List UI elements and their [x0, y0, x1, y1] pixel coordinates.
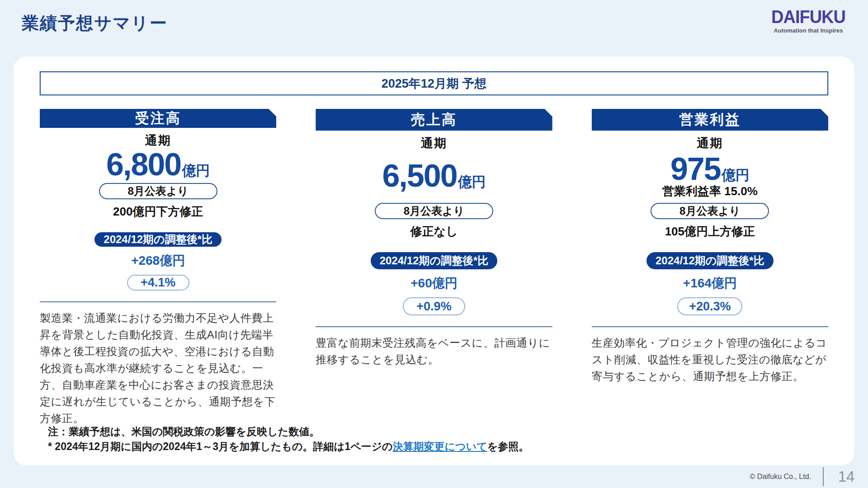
- period-label: 通期: [697, 135, 723, 151]
- fiscal-change-link[interactable]: 決算期変更について: [393, 441, 487, 452]
- delta-amount: +268億円: [131, 252, 185, 269]
- delta-amount: +164億円: [683, 275, 737, 292]
- vs-august-pill: 8月公表より: [375, 203, 493, 219]
- metric-description: 生産効率化・プロジェクト管理の強化によるコスト削減、収益性を重視した受注の徹底な…: [592, 334, 828, 385]
- metric-value-number: 6,800: [106, 149, 181, 180]
- slide-footer: © Daifuku Co., Ltd. 14: [0, 465, 868, 488]
- revision-text: 修正なし: [410, 224, 458, 239]
- metric-header-sales: 売上高: [316, 109, 552, 131]
- forecast-period-label: 2025年12月期 予想: [382, 75, 487, 92]
- delta-percent-pill: +20.3%: [677, 297, 742, 315]
- vs-august-label: 8月公表より: [404, 204, 464, 218]
- metric-value-unit: 億円: [458, 173, 486, 192]
- footnote-prefix: * 2024年12月期に国内の2024年1～3月を加算したもの。詳細は1ページの: [48, 441, 393, 452]
- metric-header-orders: 受注高: [40, 109, 276, 128]
- daifuku-logo-text: DAIFUKU: [763, 8, 854, 26]
- metric-value-number: 6,500: [382, 160, 457, 192]
- vs-august-pill: 8月公表より: [99, 183, 217, 199]
- metric-subvalue: 営業利益率 15.0%: [662, 185, 758, 198]
- period-label: 通期: [145, 132, 171, 149]
- delta-percent-label: +0.9%: [416, 300, 451, 314]
- delta-percent-label: +20.3%: [689, 300, 731, 314]
- metric-column-orders: 受注高 通期 6,800億円 8月公表より 200億円下方修正 2024/12期…: [40, 109, 276, 422]
- metric-header-operating-income: 営業利益: [592, 109, 828, 131]
- comparison-badge-label: 2024/12期の調整後*比: [104, 232, 212, 247]
- metric-value-unit: 億円: [722, 166, 750, 185]
- comparison-badge-label: 2024/12期の調整後*比: [656, 253, 764, 268]
- vs-august-pill: 8月公表より: [651, 203, 769, 219]
- value-area: 975億円 営業利益率 15.0%: [662, 151, 758, 200]
- footnote-suffix: を参照。: [487, 441, 529, 452]
- metric-value: 6,500億円: [382, 160, 486, 192]
- vs-august-label: 8月公表より: [679, 204, 740, 218]
- period-label: 通期: [421, 135, 447, 151]
- vs-august-label: 8月公表より: [127, 184, 188, 198]
- daifuku-logo: DAIFUKU Automation that Inspires: [763, 8, 854, 34]
- delta-percent-label: +4.1%: [141, 276, 175, 290]
- delta-amount: +60億円: [410, 275, 458, 292]
- column-divider: [592, 326, 828, 327]
- daifuku-logo-tagline: Automation that Inspires: [763, 27, 854, 34]
- comparison-badge: 2024/12期の調整後*比: [646, 252, 774, 269]
- column-divider: [40, 301, 276, 302]
- content-card: 2025年12月期 予想 受注高 通期 6,800億円 8月公表より 200億円…: [14, 56, 854, 465]
- metric-column-operating-income: 営業利益 通期 975億円 営業利益率 15.0% 8月公表より 105億円上方…: [592, 109, 828, 422]
- metric-value: 975億円: [670, 153, 750, 185]
- metric-columns: 受注高 通期 6,800億円 8月公表より 200億円下方修正 2024/12期…: [40, 109, 828, 422]
- footnote-tariff: 注：業績予想は、米国の関税政策の影響を反映した数値。: [48, 424, 828, 439]
- footer-divider: [823, 467, 824, 486]
- value-area: 6,800億円: [106, 149, 210, 180]
- delta-percent-pill: +0.9%: [403, 297, 465, 315]
- metric-column-sales: 売上高 通期 6,500億円 8月公表より 修正なし 2024/12期の調整後*…: [316, 109, 552, 422]
- forecast-period-banner: 2025年12月期 予想: [40, 71, 828, 95]
- footnote-fiscal-period: * 2024年12月期に国内の2024年1～3月を加算したもの。詳細は1ページの…: [48, 439, 828, 454]
- comparison-badge-label: 2024/12期の調整後*比: [380, 253, 489, 268]
- revision-text: 200億円下方修正: [113, 204, 203, 220]
- metric-value-unit: 億円: [182, 161, 210, 180]
- revision-text: 105億円上方修正: [665, 224, 755, 239]
- metric-description: 製造業・流通業における労働力不足や人件費上昇を背景とした自動化投資、生成AI向け…: [40, 310, 276, 427]
- metric-value-number: 975: [670, 153, 721, 185]
- footnotes: 注：業績予想は、米国の関税政策の影響を反映した数値。 * 2024年12月期に国…: [40, 424, 828, 454]
- comparison-badge: 2024/12期の調整後*比: [94, 232, 222, 247]
- metric-value: 6,800億円: [106, 149, 210, 180]
- value-area: 6,500億円: [382, 151, 486, 200]
- page-number: 14: [835, 468, 858, 485]
- column-divider: [316, 326, 552, 327]
- metric-description: 豊富な前期末受注残高をベースに、計画通りに推移することを見込む。: [316, 334, 552, 368]
- comparison-badge: 2024/12期の調整後*比: [371, 252, 498, 269]
- delta-percent-pill: +4.1%: [127, 275, 189, 291]
- copyright-text: © Daifuku Co., Ltd.: [750, 473, 811, 481]
- page-title: 業績予想サマリー: [22, 12, 168, 35]
